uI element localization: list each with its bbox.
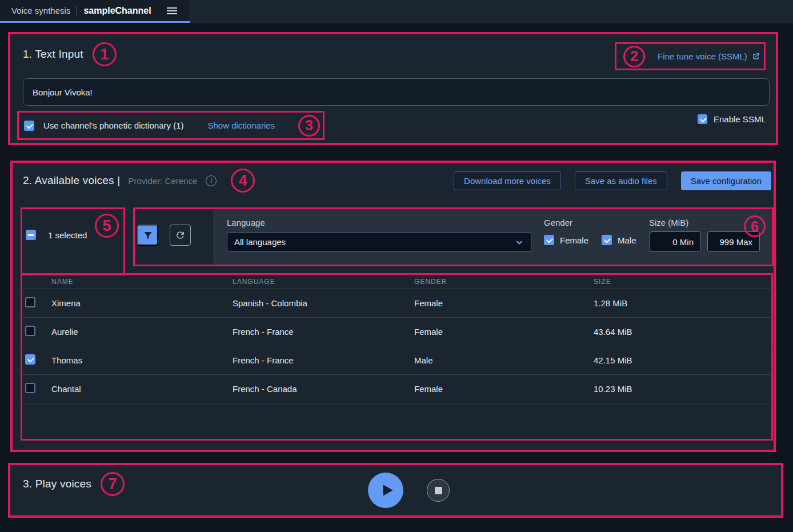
channel-name: sampleChannel <box>83 6 151 16</box>
fine-tune-highlight: 2 Fine tune voice (SSML) <box>615 42 766 70</box>
provider-label: Provider: Cerence <box>128 176 197 186</box>
voice-gender: Male <box>414 355 594 365</box>
language-filter-label: Language <box>227 218 265 227</box>
voice-language: French - Canada <box>233 384 414 394</box>
section2-title: 2. Available voices | <box>23 174 120 187</box>
phonetic-dictionary-label: Use channel's phonetic dictionary (1) <box>43 121 184 130</box>
gender-male-checkbox[interactable] <box>602 235 612 245</box>
size-filter-label: Size (MiB) <box>649 218 688 227</box>
play-icon <box>379 483 394 498</box>
row-checkbox[interactable] <box>25 383 35 393</box>
play-button[interactable] <box>368 473 403 508</box>
fine-tune-voice-link[interactable]: Fine tune voice (SSML) <box>658 51 760 61</box>
row-checkbox[interactable] <box>25 297 35 307</box>
selected-count-label: 1 selected <box>48 230 87 240</box>
select-all-checkbox[interactable] <box>26 230 36 240</box>
row-checkbox[interactable] <box>25 326 35 336</box>
voice-gender: Female <box>414 327 594 337</box>
voice-language: Spanish - Colombia <box>233 298 414 308</box>
header-name: NAME <box>51 278 233 286</box>
voices-table-body: Ximena Spanish - Colombia Female 1.28 Mi… <box>22 289 771 403</box>
filter-button[interactable] <box>137 225 158 246</box>
text-input-section: 1. Text Input 1 2 Fine tune voice (SSML)… <box>8 32 778 145</box>
gender-female-label: Female <box>560 235 588 245</box>
gender-male-label: Male <box>618 235 636 245</box>
language-select-value: All languages <box>234 237 515 247</box>
filters-highlight: Language All languages Gender Female Mal… <box>133 207 774 266</box>
chevron-down-icon <box>515 238 524 247</box>
table-row[interactable]: Ximena Spanish - Colombia Female 1.28 Mi… <box>22 289 771 318</box>
enable-ssml-checkbox[interactable] <box>698 114 707 124</box>
funnel-icon <box>143 230 153 241</box>
app-title: Voice synthesis <box>11 6 70 15</box>
top-bar: Voice synthesis sampleChannel <box>0 0 793 23</box>
refresh-icon <box>175 230 186 241</box>
annotation-2: 2 <box>623 46 645 67</box>
table-row[interactable]: Thomas French - France Male 42.15 MiB <box>22 346 771 375</box>
annotation-7: 7 <box>101 472 125 496</box>
download-more-voices-button[interactable]: Download more voices <box>454 171 561 190</box>
show-dictionaries-link[interactable]: Show dictionaries <box>208 121 275 130</box>
channel-tab[interactable]: Voice synthesis sampleChannel <box>0 0 190 23</box>
tab-separator <box>77 6 77 16</box>
table-row[interactable]: Chantal French - Canada Female 10.23 MiB <box>22 375 771 403</box>
table-header-row: NAME LANGUAGE GENDER SIZE <box>22 275 771 289</box>
external-link-icon <box>751 52 760 61</box>
save-configuration-button[interactable]: Save configuration <box>681 171 771 190</box>
filter-panel: Language All languages Gender Female Mal… <box>213 209 772 265</box>
stop-icon <box>435 487 442 494</box>
selection-highlight: 1 selected 5 <box>21 207 125 275</box>
annotation-6: 6 <box>744 215 766 237</box>
play-voices-section: 3. Play voices 7 <box>8 463 783 518</box>
info-icon[interactable]: i <box>206 175 217 186</box>
voice-language: French - France <box>233 327 414 337</box>
available-voices-section: 2. Available voices | Provider: Cerence … <box>10 161 776 452</box>
voice-name: Thomas <box>51 355 233 365</box>
voice-size: 1.28 MiB <box>594 298 627 308</box>
stop-button[interactable] <box>427 479 450 502</box>
gender-filter-label: Gender <box>544 218 572 227</box>
voices-table-highlight: NAME LANGUAGE GENDER SIZE Ximena Spanish… <box>21 273 773 441</box>
voice-gender: Female <box>414 298 594 308</box>
voice-name: Aurelie <box>51 327 233 337</box>
enable-ssml-label: Enable SSML <box>714 114 766 124</box>
phonetic-dictionary-checkbox[interactable] <box>24 121 34 131</box>
hamburger-menu-icon[interactable] <box>167 7 177 14</box>
header-size: SIZE <box>594 278 611 286</box>
synthesis-text-input[interactable] <box>23 78 770 106</box>
voice-size: 10.23 MiB <box>594 384 632 394</box>
gender-female-checkbox[interactable] <box>544 235 554 245</box>
voice-size: 42.15 MiB <box>594 355 632 365</box>
size-min-input[interactable] <box>650 231 701 252</box>
header-language: LANGUAGE <box>233 278 414 286</box>
voice-size: 43.64 MiB <box>594 327 632 337</box>
annotation-1: 1 <box>93 42 117 66</box>
annotation-5: 5 <box>95 214 119 238</box>
phonetic-dictionary-highlight: Use channel's phonetic dictionary (1) Sh… <box>17 111 325 140</box>
annotation-4: 4 <box>231 169 255 193</box>
row-checkbox[interactable] <box>25 354 35 365</box>
voice-name: Ximena <box>51 298 233 308</box>
refresh-button[interactable] <box>170 225 191 246</box>
voice-name: Chantal <box>51 384 233 394</box>
annotation-3: 3 <box>298 115 320 137</box>
voice-language: French - France <box>233 355 414 365</box>
save-as-audio-files-button[interactable]: Save as audio files <box>575 171 667 190</box>
voice-gender: Female <box>414 384 594 394</box>
fine-tune-voice-label: Fine tune voice (SSML) <box>658 51 747 61</box>
language-select[interactable]: All languages <box>227 232 531 252</box>
table-row[interactable]: Aurelie French - France Female 43.64 MiB <box>22 318 771 346</box>
header-gender: GENDER <box>414 278 594 286</box>
section3-title: 3. Play voices <box>23 478 91 490</box>
section1-title: 1. Text Input <box>23 48 83 61</box>
